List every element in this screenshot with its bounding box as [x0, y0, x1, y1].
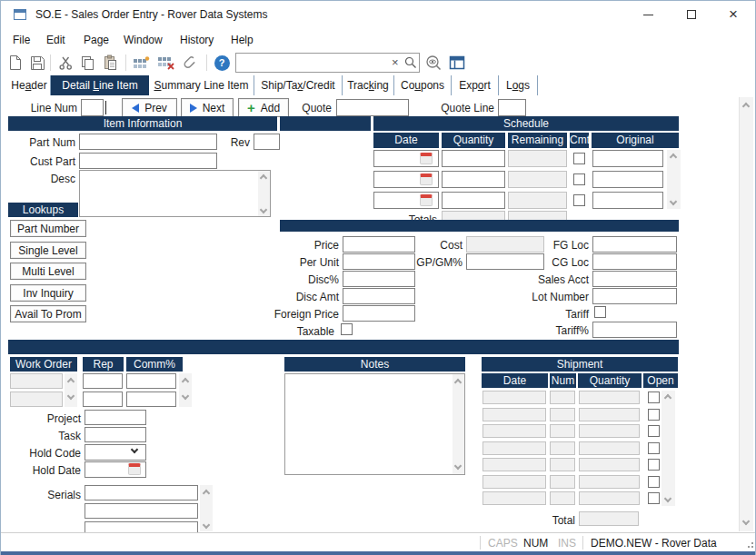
quote-line-input[interactable]	[498, 99, 526, 116]
schedule-quantity-input[interactable]	[442, 171, 505, 188]
rep-input[interactable]	[83, 373, 123, 389]
tab-summary-line-item[interactable]: Summary Line Item	[149, 75, 254, 95]
shipment-open-checkbox[interactable]	[648, 492, 660, 504]
prev-button[interactable]: Prev	[122, 98, 177, 117]
paste-button[interactable]	[99, 52, 121, 74]
schedule-original-input[interactable]	[592, 150, 663, 167]
calendar-icon[interactable]	[420, 153, 433, 164]
lookup-preview-button[interactable]	[423, 52, 444, 74]
cust-part-input[interactable]	[79, 153, 217, 169]
insert-line-button[interactable]	[130, 52, 152, 74]
shipment-date-field	[482, 475, 546, 489]
menu-edit[interactable]: Edit	[44, 31, 68, 49]
comm-header: Comm%	[126, 357, 183, 372]
grid-view-button[interactable]	[446, 52, 468, 74]
menu-window[interactable]: Window	[121, 31, 165, 49]
schedule-header: Schedule	[373, 116, 679, 131]
quote-input[interactable]	[336, 99, 409, 116]
tariff-checkbox[interactable]	[594, 306, 606, 318]
taxable-checkbox[interactable]	[341, 323, 353, 335]
save-button[interactable]	[26, 52, 48, 74]
fg-loc-input[interactable]	[592, 236, 677, 253]
project-input[interactable]	[85, 410, 146, 425]
tariff-pct-input[interactable]	[592, 322, 677, 338]
serials-label: Serials	[8, 489, 81, 501]
sales-acct-input[interactable]	[592, 271, 677, 287]
attachment-button[interactable]	[179, 52, 201, 74]
shipment-num-field	[550, 458, 575, 471]
schedule-cmt-checkbox[interactable]	[573, 173, 585, 185]
tab-export[interactable]: Export	[452, 75, 499, 95]
close-button[interactable]: ×	[714, 1, 752, 28]
menu-history[interactable]: History	[177, 31, 216, 49]
cg-loc-input[interactable]	[592, 253, 677, 270]
window-scrollbar[interactable]	[739, 97, 753, 531]
notes-scrollbar[interactable]	[453, 374, 464, 474]
tab-header[interactable]: Header	[8, 75, 51, 95]
text-caret	[105, 101, 106, 114]
rep-input[interactable]	[83, 391, 123, 407]
disc-pct-input[interactable]	[343, 271, 415, 287]
lookup-avail-to-prom-button[interactable]: Avail To Prom	[10, 305, 86, 322]
status-divider	[582, 536, 583, 550]
comm-input[interactable]	[126, 391, 176, 407]
tab-ship-tax-credit[interactable]: Ship/Tax/Credit	[254, 75, 343, 95]
lot-number-label: Lot Number	[473, 291, 589, 303]
shipment-quantity-field	[579, 408, 640, 421]
shipment-scrollbar[interactable]	[662, 391, 675, 506]
comm-input[interactable]	[126, 373, 176, 389]
hold-code-select[interactable]	[85, 444, 146, 461]
help-button[interactable]: ?	[211, 52, 233, 74]
shipment-open-checkbox[interactable]	[648, 459, 660, 471]
shipment-open-checkbox[interactable]	[648, 409, 660, 421]
line-num-input[interactable]	[81, 99, 104, 116]
part-num-input[interactable]	[79, 134, 217, 150]
calendar-icon[interactable]	[420, 173, 433, 185]
resize-grip[interactable]	[751, 546, 753, 548]
shipment-num-field	[550, 491, 575, 505]
notes-textarea[interactable]	[284, 373, 465, 475]
serial-input[interactable]	[85, 485, 198, 500]
tab-coupons[interactable]: Coupons	[394, 75, 452, 95]
disc-amt-input[interactable]	[343, 288, 415, 304]
lookup-part-number-button[interactable]: Part Number	[10, 220, 86, 237]
schedule-cmt-checkbox[interactable]	[573, 194, 585, 206]
delete-line-button[interactable]	[154, 52, 176, 74]
menu-help[interactable]: Help	[228, 31, 256, 49]
lookup-inv-inquiry-button[interactable]: Inv Inquiry	[10, 284, 86, 302]
schedule-quantity-input[interactable]	[442, 150, 505, 167]
shipment-open-checkbox[interactable]	[648, 442, 660, 454]
schedule-original-input[interactable]	[592, 171, 663, 188]
calendar-icon[interactable]	[420, 194, 433, 206]
schedule-cmt-checkbox[interactable]	[573, 153, 585, 164]
search-icon[interactable]	[404, 56, 417, 72]
lot-number-input[interactable]	[592, 288, 677, 304]
foreign-price-input[interactable]	[343, 305, 415, 322]
serial-input[interactable]	[85, 503, 198, 519]
schedule-original-input[interactable]	[592, 192, 663, 209]
calendar-icon[interactable]	[128, 463, 141, 475]
minimize-button[interactable]	[628, 1, 669, 28]
pricing-header-bar	[280, 220, 679, 232]
next-button[interactable]: Next	[181, 98, 234, 117]
shipment-open-checkbox[interactable]	[648, 476, 660, 488]
shipment-open-checkbox[interactable]	[648, 425, 660, 437]
rev-input[interactable]	[254, 134, 280, 150]
tab-detail-line-item[interactable]: Detail Line Item	[51, 75, 149, 95]
shipment-open-checkbox[interactable]	[648, 391, 660, 403]
search-clear-icon[interactable]: ×	[392, 55, 399, 69]
copy-button[interactable]	[76, 52, 98, 74]
menu-file[interactable]: File	[10, 31, 33, 49]
task-input[interactable]	[85, 427, 146, 442]
shipment-quantity-field	[579, 424, 640, 438]
lookup-single-level-button[interactable]: Single Level	[10, 242, 86, 259]
cut-button[interactable]	[55, 52, 76, 74]
desc-textarea[interactable]	[79, 170, 271, 217]
lookup-multi-level-button[interactable]: Multi Level	[10, 263, 86, 280]
tab-tracking[interactable]: Tracking	[343, 75, 394, 95]
schedule-quantity-input[interactable]	[442, 192, 505, 209]
tab-logs[interactable]: Logs	[499, 75, 538, 95]
maximize-button[interactable]	[671, 1, 712, 28]
menu-page[interactable]: Page	[81, 31, 112, 49]
new-document-button[interactable]	[5, 52, 26, 74]
